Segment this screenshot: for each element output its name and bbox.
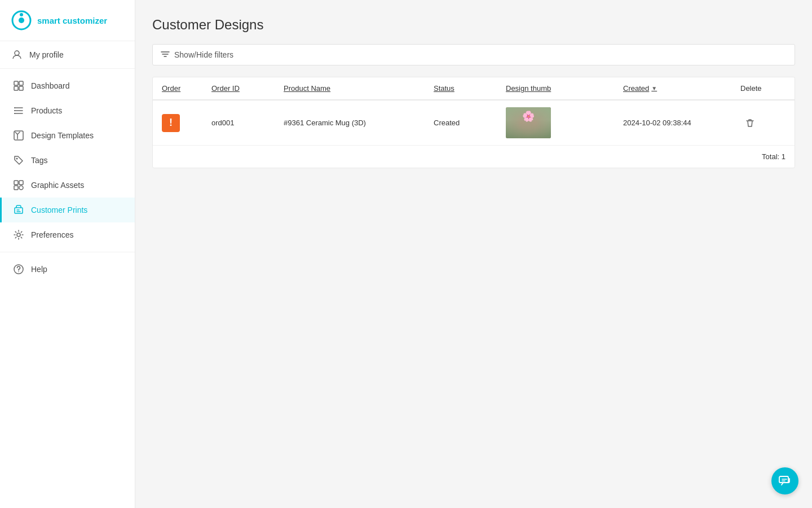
design-thumbnail [506, 107, 551, 138]
sidebar-item-design-templates[interactable]: Design Templates [0, 123, 135, 148]
sidebar-item-preferences[interactable]: Preferences [0, 222, 135, 247]
design-templates-icon [13, 130, 24, 141]
customer-prints-label: Customer Prints [31, 205, 87, 214]
main-content-area: Customer Designs Show/Hide filters Order… [135, 0, 812, 508]
svg-point-2 [20, 13, 23, 16]
svg-point-18 [17, 233, 20, 237]
design-thumbnail-image [506, 107, 551, 138]
sidebar-item-graphic-assets[interactable]: Graphic Assets [0, 173, 135, 198]
dashboard-icon [13, 80, 24, 91]
nav-divider [0, 252, 135, 252]
customer-prints-icon [13, 204, 24, 216]
svg-rect-4 [14, 81, 18, 85]
sort-desc-icon: ▼ [651, 85, 657, 91]
svg-point-8 [14, 107, 15, 108]
delete-cell [740, 116, 785, 130]
col-status[interactable]: Status [434, 84, 501, 93]
filter-bar[interactable]: Show/Hide filters [152, 44, 795, 65]
preferences-icon [13, 229, 24, 240]
order-id-cell: ord001 [211, 119, 279, 127]
svg-point-20 [18, 271, 19, 273]
col-product-name[interactable]: Product Name [284, 84, 429, 93]
product-name-cell: #9361 Ceramic Mug (3D) [284, 119, 429, 127]
chat-button[interactable] [771, 467, 798, 494]
graphic-assets-icon [13, 179, 24, 191]
col-order-id[interactable]: Order ID [211, 84, 279, 93]
table-row: ! ord001 #9361 Ceramic Mug (3D) Created … [153, 100, 795, 146]
products-icon [13, 105, 24, 116]
col-design-thumb[interactable]: Design thumb [506, 84, 619, 93]
chat-icon [778, 474, 792, 488]
svg-rect-6 [14, 86, 18, 90]
total-label: Total: 1 [762, 152, 785, 161]
dashboard-label: Dashboard [31, 81, 70, 90]
status-cell: Created [434, 119, 501, 127]
svg-point-16 [19, 186, 23, 190]
design-thumb-cell [506, 107, 619, 138]
tags-label: Tags [31, 156, 48, 165]
brand-name: smart customizer [37, 16, 107, 25]
help-label: Help [31, 265, 47, 274]
trash-icon [745, 118, 755, 128]
svg-point-3 [15, 51, 19, 55]
delete-button[interactable] [740, 116, 760, 130]
filter-icon [161, 50, 170, 59]
created-cell: 2024-10-02 09:38:44 [623, 119, 736, 127]
sidebar-item-tags[interactable]: Tags [0, 148, 135, 173]
order-flag: ! [162, 114, 180, 132]
design-templates-label: Design Templates [31, 131, 94, 140]
table-footer: Total: 1 [153, 146, 795, 168]
sidebar-item-my-profile[interactable]: My profile [0, 41, 135, 69]
col-delete: Delete [740, 84, 785, 93]
my-profile-label: My profile [29, 50, 64, 59]
tags-icon [13, 155, 24, 166]
sidebar: smart customizer My profile Dashboard [0, 0, 135, 508]
sidebar-item-customer-prints[interactable]: Customer Prints [0, 198, 135, 222]
designs-table: Order Order ID Product Name Status Desig… [152, 77, 795, 168]
svg-rect-15 [14, 186, 18, 190]
products-label: Products [31, 106, 62, 115]
order-flag-cell: ! [162, 114, 207, 132]
preferences-label: Preferences [31, 230, 73, 239]
svg-rect-13 [14, 181, 18, 185]
svg-rect-17 [15, 208, 23, 213]
sidebar-item-help[interactable]: Help [0, 257, 135, 282]
svg-rect-14 [19, 181, 23, 185]
page-title: Customer Designs [152, 17, 795, 33]
table-header: Order Order ID Product Name Status Desig… [153, 77, 795, 100]
svg-rect-7 [19, 86, 23, 90]
col-created[interactable]: Created ▼ [623, 84, 736, 93]
profile-icon [11, 49, 23, 60]
logo-icon [11, 10, 32, 30]
svg-point-12 [16, 158, 18, 160]
sidebar-nav: Dashboard Products Design [0, 69, 135, 508]
svg-rect-5 [19, 81, 23, 85]
help-icon [13, 264, 24, 275]
sidebar-item-products[interactable]: Products [0, 98, 135, 123]
svg-point-10 [14, 113, 15, 114]
col-order[interactable]: Order [162, 84, 207, 93]
graphic-assets-label: Graphic Assets [31, 181, 84, 190]
sidebar-item-dashboard[interactable]: Dashboard [0, 73, 135, 98]
filter-label: Show/Hide filters [174, 50, 233, 59]
logo[interactable]: smart customizer [0, 0, 135, 41]
svg-point-9 [14, 110, 15, 111]
svg-point-1 [19, 17, 24, 23]
